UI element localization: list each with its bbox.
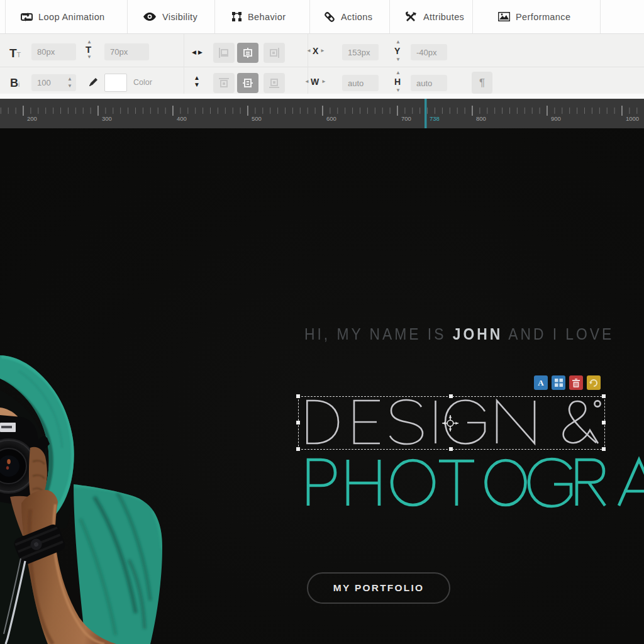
svg-text:300: 300 (102, 115, 112, 122)
svg-text:700: 700 (401, 115, 411, 122)
svg-text:738: 738 (430, 115, 440, 122)
svg-text:1000: 1000 (626, 115, 639, 122)
svg-text:900: 900 (551, 115, 561, 122)
svg-text:600: 600 (326, 115, 336, 122)
svg-text:400: 400 (177, 115, 187, 122)
svg-text:200: 200 (27, 115, 37, 122)
svg-text:800: 800 (476, 115, 486, 122)
svg-text:500: 500 (252, 115, 262, 122)
